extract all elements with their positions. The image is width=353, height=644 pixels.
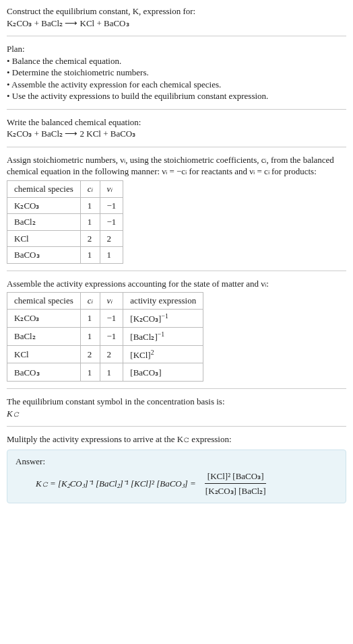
cell-vi: −1 bbox=[100, 309, 123, 327]
divider bbox=[7, 109, 346, 110]
activity-text: Assemble the activity expressions accoun… bbox=[7, 278, 346, 290]
table-row: K₂CO₃ 1 −1 [K₂CO₃]−1 bbox=[7, 309, 203, 327]
plan-item: • Assemble the activity expression for e… bbox=[7, 79, 346, 91]
plan-item: • Use the activity expressions to build … bbox=[7, 90, 346, 102]
cell-vi: −1 bbox=[100, 214, 123, 231]
table-header-row: chemical species cᵢ νᵢ activity expressi… bbox=[7, 293, 203, 310]
plan-title: Plan: bbox=[7, 43, 346, 55]
table-row: KCl 2 2 bbox=[7, 230, 123, 247]
cell-species: K₂CO₃ bbox=[7, 197, 81, 214]
col-species: chemical species bbox=[7, 181, 81, 198]
cell-ci: 1 bbox=[80, 214, 100, 231]
table-header-row: chemical species cᵢ νᵢ bbox=[7, 181, 123, 198]
cell-activity: [KCl]2 bbox=[123, 345, 203, 363]
col-ci: cᵢ bbox=[80, 293, 100, 310]
divider bbox=[7, 388, 346, 389]
plan-item: • Determine the stoichiometric numbers. bbox=[7, 67, 346, 79]
cell-vi: −1 bbox=[100, 197, 123, 214]
col-species: chemical species bbox=[7, 293, 81, 310]
table-row: K₂CO₃ 1 −1 bbox=[7, 197, 123, 214]
stoich-text: Assign stoichiometric numbers, νᵢ, using… bbox=[7, 154, 346, 178]
cell-activity: [BaCl₂]−1 bbox=[123, 327, 203, 345]
eq-symbol-text: The equilibrium constant symbol in the c… bbox=[7, 396, 346, 408]
cell-ci: 2 bbox=[80, 345, 100, 363]
col-vi: νᵢ bbox=[100, 293, 123, 310]
balanced-section: Write the balanced chemical equation: K₂… bbox=[7, 116, 346, 140]
fraction-denominator: [K₂CO₃] [BaCl₂] bbox=[203, 484, 269, 497]
cell-species: BaCl₂ bbox=[7, 214, 81, 231]
question-prompt: Construct the equilibrium constant, K, e… bbox=[7, 5, 346, 29]
cell-ci: 1 bbox=[80, 309, 100, 327]
answer-label: Answer: bbox=[15, 456, 338, 468]
col-vi: νᵢ bbox=[100, 181, 123, 198]
table-row: BaCO₃ 1 1 bbox=[7, 247, 123, 264]
cell-species: BaCO₃ bbox=[7, 363, 81, 382]
cell-ci: 1 bbox=[80, 363, 100, 382]
plan-item: • Balance the chemical equation. bbox=[7, 55, 346, 67]
divider bbox=[7, 271, 346, 271]
cell-activity: [BaCO₃] bbox=[123, 363, 203, 382]
cell-vi: 2 bbox=[100, 230, 123, 247]
table-row: BaCl₂ 1 −1 bbox=[7, 214, 123, 231]
balanced-title: Write the balanced chemical equation: bbox=[7, 116, 346, 129]
stoich-table: chemical species cᵢ νᵢ K₂CO₃ 1 −1 BaCl₂ … bbox=[7, 180, 123, 264]
col-activity: activity expression bbox=[123, 293, 203, 310]
cell-species: BaCl₂ bbox=[7, 327, 81, 345]
table-row: KCl 2 2 [KCl]2 bbox=[7, 345, 203, 363]
table-row: BaCO₃ 1 1 [BaCO₃] bbox=[7, 363, 203, 382]
answer-box: Answer: K𝚌 = [K₂CO₃]⁻¹ [BaCl₂]⁻¹ [KCl]² … bbox=[7, 450, 346, 503]
cell-species: BaCO₃ bbox=[7, 247, 81, 264]
cell-vi: −1 bbox=[100, 327, 123, 345]
cell-ci: 1 bbox=[80, 197, 100, 214]
divider bbox=[7, 36, 346, 36]
multiply-text: Mulitply the activity expressions to arr… bbox=[7, 433, 346, 445]
cell-vi: 1 bbox=[100, 363, 123, 382]
cell-species: KCl bbox=[7, 345, 81, 363]
activity-table: chemical species cᵢ νᵢ activity expressi… bbox=[7, 292, 203, 382]
cell-ci: 1 bbox=[80, 247, 100, 264]
balanced-reaction: K₂CO₃ + BaCl₂ ⟶ 2 KCl + BaCO₃ bbox=[7, 128, 346, 140]
cell-species: K₂CO₃ bbox=[7, 309, 81, 327]
answer-fraction: [KCl]² [BaCO₃] [K₂CO₃] [BaCl₂] bbox=[203, 470, 269, 497]
table-row: BaCl₂ 1 −1 [BaCl₂]−1 bbox=[7, 327, 203, 345]
answer-lhs: K𝚌 = [K₂CO₃]⁻¹ [BaCl₂]⁻¹ [KCl]² [BaCO₃] … bbox=[36, 478, 196, 490]
cell-activity: [K₂CO₃]−1 bbox=[123, 309, 203, 327]
cell-species: KCl bbox=[7, 230, 81, 247]
eq-symbol: K𝚌 bbox=[7, 408, 346, 420]
cell-ci: 1 bbox=[80, 327, 100, 345]
cell-vi: 2 bbox=[100, 345, 123, 363]
col-ci: cᵢ bbox=[80, 181, 100, 198]
cell-vi: 1 bbox=[100, 247, 123, 264]
prompt-line1: Construct the equilibrium constant, K, e… bbox=[7, 6, 195, 16]
cell-ci: 2 bbox=[80, 230, 100, 247]
unbalanced-reaction: K₂CO₃ + BaCl₂ ⟶ KCl + BaCO₃ bbox=[7, 18, 129, 28]
divider bbox=[7, 147, 346, 147]
divider bbox=[7, 426, 346, 427]
answer-equation: K𝚌 = [K₂CO₃]⁻¹ [BaCl₂]⁻¹ [KCl]² [BaCO₃] … bbox=[15, 470, 338, 497]
fraction-numerator: [KCl]² [BaCO₃] bbox=[205, 470, 267, 485]
plan-section: Plan: • Balance the chemical equation. •… bbox=[7, 43, 346, 102]
